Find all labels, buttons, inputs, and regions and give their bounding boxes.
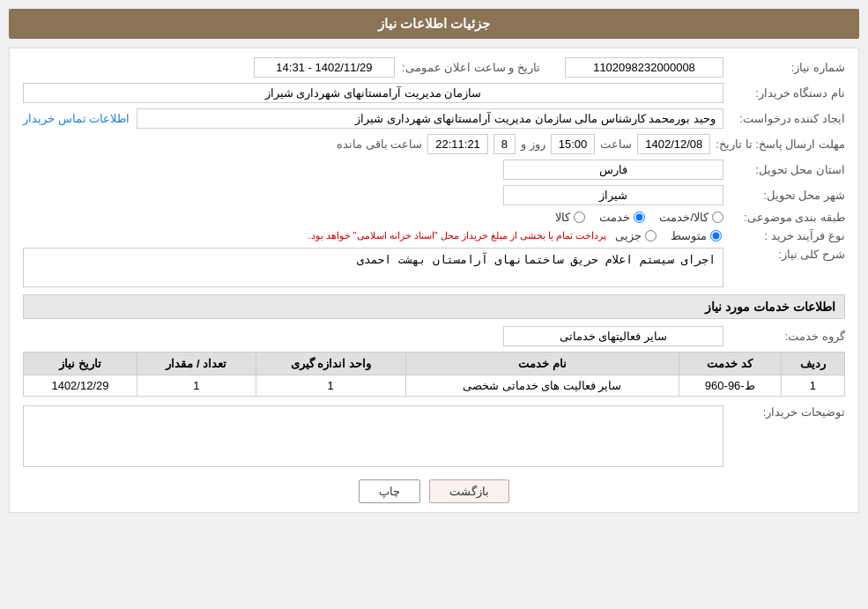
goroh-value: سایر فعالیتهای خدماتی <box>503 326 723 346</box>
ittelaat-tamas-link[interactable]: اطلاعات تماس خریدار <box>23 112 130 125</box>
tabaqe-label: طبقه بندی موضوعی: <box>731 211 845 224</box>
mholt-label: مهلت ارسال پاسخ: تا تاریخ: <box>716 137 845 151</box>
shomare-value: 1102098232000008 <box>565 57 723 78</box>
tabaqe-radio-group: کالا/خدمت خدمت کالا <box>555 211 723 224</box>
col-radif: ردیف <box>781 353 844 375</box>
ostan-label: استان محل تحویل: <box>731 163 845 176</box>
faravanad-label: نوع فرآیند خرید : <box>731 229 845 242</box>
mholt-rooz-label: روز و <box>521 137 545 151</box>
sharh-textarea[interactable] <box>23 248 723 287</box>
towzih-label: توضیحات خریدار: <box>731 405 845 419</box>
tabaqe-kala[interactable]: کالا <box>555 211 585 224</box>
name-dastgah-value: سازمان مدیریت آرامستانهای شهرداری شیراز <box>23 83 723 103</box>
ijad-value: وحید بورمحمد کارشناس مالی سازمان مدیریت … <box>137 108 723 129</box>
tarikh-value: 1402/11/29 - 14:31 <box>254 57 395 78</box>
bazgasht-button[interactable]: بازگشت <box>429 479 509 503</box>
button-row: بازگشت چاپ <box>23 479 845 503</box>
faravanad-radio-group: متوسط جزیی <box>615 229 722 242</box>
faravanad-mottavaset[interactable]: متوسط <box>671 229 722 242</box>
mholt-rooz-value: 8 <box>493 134 516 154</box>
ijad-label: ایجاد کننده درخواست: <box>731 112 845 125</box>
col-kod: کد خدمت <box>679 353 781 375</box>
chap-button[interactable]: چاپ <box>359 479 420 503</box>
tabaqe-khedmat-radio[interactable] <box>634 212 645 223</box>
col-tarikh: تاریخ نیاز <box>24 353 137 375</box>
col-tedad: تعداد / مقدار <box>137 353 256 375</box>
shomare-label: شماره نیاز: <box>731 61 845 74</box>
col-nam: نام خدمت <box>405 353 679 375</box>
page-title: جزئیات اطلاعات نیاز <box>9 9 859 39</box>
khadamat-section-title: اطلاعات خدمات مورد نیاز <box>23 294 845 319</box>
shahr-label: شهر محل تحویل: <box>731 189 845 202</box>
mholt-saat-label: ساعت <box>600 137 632 151</box>
faravanad-note: پرداخت تمام یا بخشی از مبلغ خریداز محل "… <box>308 230 606 241</box>
mholt-saat-value: 15:00 <box>551 134 596 154</box>
col-vahed: واحد اندازه گیری <box>256 353 405 375</box>
tabaqe-kala-khedmat-radio[interactable] <box>712 212 723 223</box>
table-row: 1ط-96-960سایر فعالیت های خدماتی شخصی1114… <box>24 375 845 397</box>
name-dastgah-label: نام دستگاه خریدار: <box>731 86 845 100</box>
faravanad-mottavaset-radio[interactable] <box>710 230 722 241</box>
mholt-baqi-label: ساعت باقی مانده <box>337 137 422 151</box>
ostan-value: فارس <box>503 160 723 180</box>
faravanad-jozi-radio[interactable] <box>645 230 657 241</box>
tabaqe-kala-khedmat[interactable]: کالا/خدمت <box>659 211 723 224</box>
towzih-box <box>23 405 723 467</box>
tabaqe-khedmat[interactable]: خدمت <box>599 211 645 224</box>
tabaqe-kala-radio[interactable] <box>574 212 585 223</box>
mholt-baqi-value: 22:11:21 <box>427 134 488 154</box>
tarikh-label: تاریخ و ساعت اعلان عمومی: <box>402 61 540 74</box>
services-table: ردیف کد خدمت نام خدمت واحد اندازه گیری ت… <box>23 352 845 397</box>
sharh-label: شرح کلی نیاز: <box>731 248 845 261</box>
shahr-value: شیراز <box>503 185 723 205</box>
goroh-label: گروه خدمت: <box>731 330 845 343</box>
faravanad-jozi[interactable]: جزیی <box>615 229 657 242</box>
mholt-date: 1402/12/08 <box>637 134 710 154</box>
